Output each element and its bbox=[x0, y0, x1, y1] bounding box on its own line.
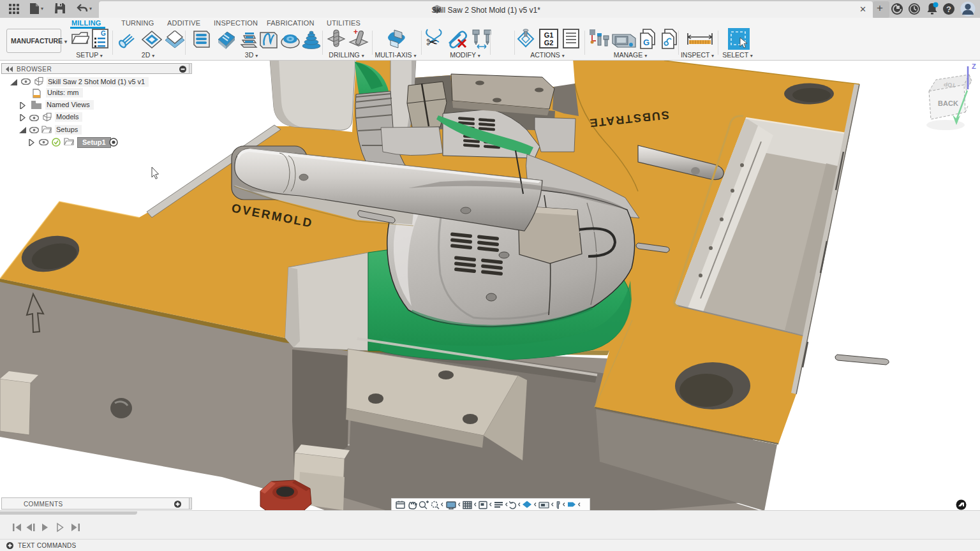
svg-text:G1: G1 bbox=[544, 31, 554, 39]
svg-text:BACK: BACK bbox=[938, 99, 958, 107]
svg-text:✂: ✂ bbox=[426, 34, 438, 50]
svg-text:?: ? bbox=[946, 4, 951, 14]
svg-text:+: + bbox=[353, 28, 358, 36]
svg-text:G: G bbox=[101, 30, 106, 37]
svg-text:Z: Z bbox=[972, 62, 976, 70]
svg-text:G: G bbox=[643, 38, 650, 47]
svg-text:G2: G2 bbox=[544, 39, 554, 47]
